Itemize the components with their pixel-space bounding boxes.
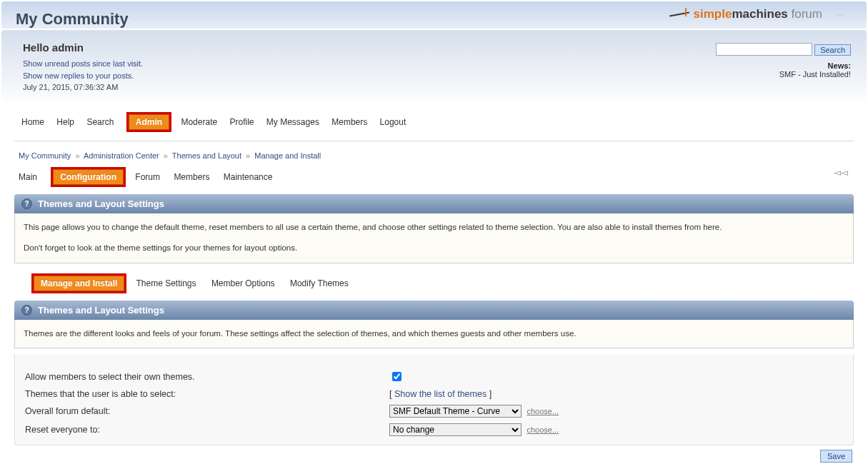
tab-theme-settings[interactable]: Theme Settings [136,278,196,288]
nav-help[interactable]: Help [56,117,74,127]
row-overall-default: Overall forum default: SMF Default Theme… [25,402,843,420]
label-allow-select: Allow members to select their own themes… [25,372,389,382]
user-panel: Hello admin Show unread posts since last… [1,30,867,102]
row-reset: Reset everyone to: No change choose... [25,420,843,439]
tab-modify-themes[interactable]: Modify Themes [290,278,349,288]
crumb-themes[interactable]: Themes and Layout [172,151,241,160]
admin-sub-menu: Main Configuration Forum Members Mainten… [0,163,868,194]
crumb-community[interactable]: My Community [19,151,71,160]
prev-icon[interactable]: ◅◅ [834,167,848,178]
help-icon[interactable]: ? [21,198,32,209]
choose-default-link[interactable]: choose... [527,407,559,415]
search-input[interactable] [716,43,812,56]
main-menu: Home Help Search Admin Moderate Profile … [0,102,868,136]
menu-divider [14,141,854,141]
section-title-2: Themes and Layout Settings [38,305,164,316]
logo-text: simplemachines forum [694,7,822,21]
nav-logout[interactable]: Logout [380,117,406,127]
nav-messages[interactable]: My Messages [266,117,319,127]
unread-posts-link[interactable]: Show unread posts since last visit. [23,59,143,68]
nav-home[interactable]: Home [21,117,44,127]
admin-tab-config[interactable]: Configuration [53,169,124,185]
save-button[interactable]: Save [820,450,852,463]
select-reset[interactable]: No change [389,423,522,436]
settings-panel: Allow members to select their own themes… [14,354,854,445]
checkbox-allow-select[interactable] [392,372,401,381]
info-text-2: Themes are the different looks and feels… [24,329,576,338]
current-datetime: July 21, 2015, 07:36:32 AM [23,83,118,91]
logo-area: simplemachines forum ︿ [669,7,845,21]
nav-search[interactable]: Search [86,117,114,127]
site-title[interactable]: My Community [16,10,129,28]
label-reset: Reset everyone to: [25,425,389,435]
search-button[interactable]: Search [814,44,851,56]
choose-reset-link[interactable]: choose... [527,425,559,434]
news-block: News: SMF - Just Installed! [716,61,851,79]
info-box-1: This page allows you to change the defau… [14,213,854,263]
header-top: My Community simplemachines forum ︿ [1,1,867,29]
admin-tab-members[interactable]: Members [174,172,209,182]
nav-admin-highlight: Admin [126,112,171,132]
breadcrumb: My Community » Administration Center » T… [0,148,868,163]
section-header-1: ? Themes and Layout Settings [14,194,854,213]
select-overall-default[interactable]: SMF Default Theme - Curve [389,405,522,418]
crumb-admin-center[interactable]: Administration Center [84,151,159,160]
row-allow-select: Allow members to select their own themes… [25,367,843,386]
label-overall-default: Overall forum default: [25,406,389,416]
show-themes-link[interactable]: Show the list of themes [394,389,487,399]
section-title-1: Themes and Layout Settings [38,198,164,209]
search-area: Search News: SMF - Just Installed! [716,43,851,79]
label-themes-user: Themes that the user is able to select: [25,389,389,399]
tab-member-options[interactable]: Member Options [211,278,275,288]
news-text: SMF - Just Installed! [779,70,851,79]
save-row: Save [0,445,868,464]
collapse-icon[interactable]: ︿ [835,8,845,21]
section-header-2: ? Themes and Layout Settings [14,301,854,320]
info-box-2: Themes are the different looks and feels… [14,320,854,349]
smf-logo-icon [669,8,689,21]
admin-tab-maintenance[interactable]: Maintenance [224,172,273,182]
tab-manage-highlight: Manage and Install [31,273,126,293]
info-text-1a: This page allows you to change the defau… [24,221,844,235]
nav-profile[interactable]: Profile [230,117,254,127]
help-icon[interactable]: ? [21,305,32,316]
news-label: News: [828,61,851,70]
admin-tab-config-highlight: Configuration [51,167,126,187]
crumb-manage[interactable]: Manage and Install [254,151,321,160]
theme-tabs: Manage and Install Theme Settings Member… [0,269,868,301]
nav-moderate[interactable]: Moderate [181,117,217,127]
info-text-1b: Don't forget to look at the theme settin… [24,241,844,256]
nav-admin[interactable]: Admin [129,114,169,130]
admin-tab-main[interactable]: Main [19,172,37,182]
row-themes-user: Themes that the user is able to select: … [25,386,843,402]
nav-members[interactable]: Members [331,117,367,127]
new-replies-link[interactable]: Show new replies to your posts. [23,71,134,80]
tab-manage-install[interactable]: Manage and Install [34,276,124,291]
admin-tab-forum[interactable]: Forum [135,172,160,182]
